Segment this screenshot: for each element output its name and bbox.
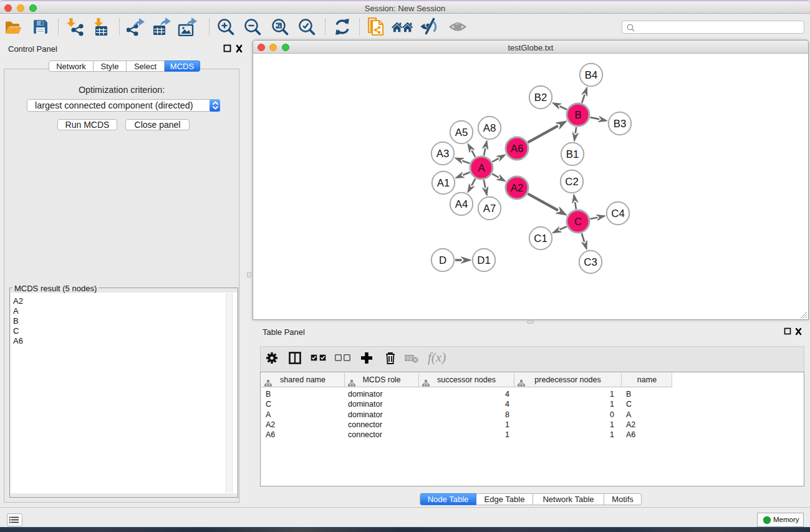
- svg-text:A2: A2: [511, 182, 524, 194]
- svg-text:A7: A7: [483, 203, 496, 215]
- svg-text:C4: C4: [611, 208, 624, 220]
- svg-text:B4: B4: [585, 69, 598, 81]
- svg-text:A8: A8: [483, 122, 496, 134]
- svg-text:A5: A5: [455, 127, 468, 138]
- svg-text:B1: B1: [566, 148, 579, 160]
- svg-text:C3: C3: [584, 256, 597, 268]
- svg-text:C2: C2: [565, 176, 578, 188]
- svg-text:A1: A1: [437, 177, 450, 189]
- svg-text:C1: C1: [534, 233, 547, 244]
- svg-text:B2: B2: [534, 92, 547, 104]
- svg-text:D: D: [439, 254, 446, 266]
- svg-text:A: A: [478, 162, 485, 174]
- svg-text:B3: B3: [614, 118, 627, 130]
- svg-text:D1: D1: [477, 254, 490, 266]
- svg-text:A4: A4: [455, 198, 468, 210]
- svg-text:A3: A3: [436, 148, 450, 160]
- svg-text:B: B: [574, 109, 581, 121]
- svg-text:A6: A6: [511, 143, 524, 155]
- svg-text:C: C: [574, 216, 582, 228]
